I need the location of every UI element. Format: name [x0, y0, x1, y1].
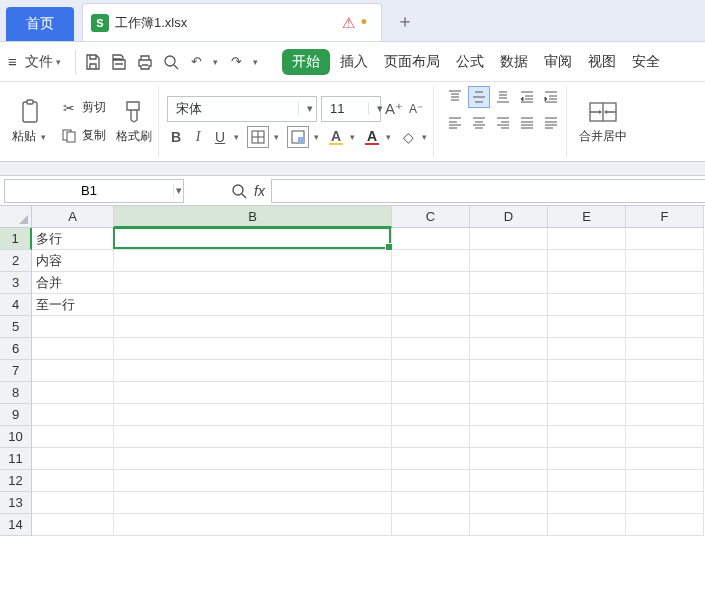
cell[interactable]	[626, 272, 704, 294]
cell[interactable]	[470, 294, 548, 316]
hamburger-icon[interactable]: ≡	[8, 53, 17, 70]
tab-insert[interactable]: 插入	[334, 49, 374, 75]
bold-button[interactable]: B	[167, 128, 185, 146]
align-top-icon[interactable]	[444, 86, 466, 108]
cell[interactable]	[32, 492, 114, 514]
redo-dropdown[interactable]: ▾	[252, 57, 262, 67]
italic-button[interactable]: I	[189, 128, 207, 146]
align-left-icon[interactable]	[444, 112, 466, 134]
row-header[interactable]: 6	[0, 338, 32, 360]
tab-safety[interactable]: 安全	[626, 49, 666, 75]
cell[interactable]	[32, 338, 114, 360]
cell[interactable]	[392, 250, 470, 272]
cell[interactable]	[114, 228, 392, 250]
clear-format-button[interactable]: ◇	[399, 128, 417, 146]
cell[interactable]	[626, 470, 704, 492]
redo-icon[interactable]: ↷	[226, 51, 248, 73]
decrease-indent-icon[interactable]	[516, 86, 538, 108]
cell[interactable]	[548, 294, 626, 316]
column-header[interactable]: A	[32, 206, 114, 228]
row-header[interactable]: 4	[0, 294, 32, 316]
row-header[interactable]: 2	[0, 250, 32, 272]
cell[interactable]	[392, 426, 470, 448]
copy-button[interactable]: 复制	[58, 125, 108, 147]
row-header[interactable]: 13	[0, 492, 32, 514]
cell[interactable]	[392, 448, 470, 470]
cell[interactable]	[32, 404, 114, 426]
undo-icon[interactable]: ↶	[186, 51, 208, 73]
distribute-icon[interactable]	[540, 112, 562, 134]
cell[interactable]	[626, 338, 704, 360]
increase-indent-icon[interactable]	[540, 86, 562, 108]
column-header[interactable]: D	[470, 206, 548, 228]
cell[interactable]	[548, 382, 626, 404]
cell[interactable]	[32, 470, 114, 492]
cell[interactable]	[32, 382, 114, 404]
cell[interactable]	[114, 470, 392, 492]
cell[interactable]	[470, 360, 548, 382]
cell[interactable]	[392, 272, 470, 294]
font-color-dropdown[interactable]: ▾	[385, 132, 395, 142]
cell[interactable]	[114, 382, 392, 404]
cell[interactable]	[470, 228, 548, 250]
cell[interactable]	[470, 470, 548, 492]
increase-font-icon[interactable]: A⁺	[385, 100, 403, 118]
cell[interactable]	[114, 492, 392, 514]
cell[interactable]	[548, 360, 626, 382]
font-size-select[interactable]: 11▾	[321, 96, 381, 122]
tab-view[interactable]: 视图	[582, 49, 622, 75]
cell[interactable]	[392, 470, 470, 492]
cell[interactable]	[626, 250, 704, 272]
align-middle-icon[interactable]	[468, 86, 490, 108]
cell[interactable]	[114, 250, 392, 272]
column-header[interactable]: E	[548, 206, 626, 228]
underline-button[interactable]: U	[211, 128, 229, 146]
print-preview-icon[interactable]	[160, 51, 182, 73]
merge-center-button[interactable]: 合并居中	[575, 96, 631, 147]
cell[interactable]: 至一行	[32, 294, 114, 316]
cell[interactable]	[470, 492, 548, 514]
row-header[interactable]: 14	[0, 514, 32, 536]
cell[interactable]: 合并	[32, 272, 114, 294]
borders-dropdown[interactable]: ▾	[273, 132, 283, 142]
row-header[interactable]: 7	[0, 360, 32, 382]
formula-input[interactable]	[271, 179, 705, 203]
tab-start[interactable]: 开始	[282, 49, 330, 75]
row-header[interactable]: 1	[0, 228, 32, 250]
cell[interactable]	[626, 360, 704, 382]
new-tab-button[interactable]: ＋	[382, 1, 428, 41]
cell[interactable]	[470, 338, 548, 360]
cell[interactable]	[114, 294, 392, 316]
cell[interactable]	[548, 426, 626, 448]
cell[interactable]	[114, 426, 392, 448]
cell[interactable]	[548, 470, 626, 492]
cell[interactable]	[114, 360, 392, 382]
cell[interactable]	[470, 382, 548, 404]
cell[interactable]	[470, 272, 548, 294]
tab-page-layout[interactable]: 页面布局	[378, 49, 446, 75]
save-as-icon[interactable]	[108, 51, 130, 73]
tab-review[interactable]: 审阅	[538, 49, 578, 75]
save-icon[interactable]	[82, 51, 104, 73]
cell[interactable]	[626, 316, 704, 338]
tab-formulas[interactable]: 公式	[450, 49, 490, 75]
name-box-input[interactable]	[5, 180, 173, 202]
cell[interactable]	[32, 514, 114, 536]
row-header[interactable]: 8	[0, 382, 32, 404]
name-box-dropdown[interactable]: ▾	[173, 184, 183, 197]
fill-color-button[interactable]: A	[327, 128, 345, 146]
cell[interactable]	[626, 404, 704, 426]
cell[interactable]	[114, 272, 392, 294]
decrease-font-icon[interactable]: A⁻	[407, 100, 425, 118]
select-all-corner[interactable]	[0, 206, 32, 228]
cell[interactable]	[470, 404, 548, 426]
cell[interactable]	[548, 316, 626, 338]
cut-button[interactable]: ✂剪切	[58, 97, 108, 119]
cell[interactable]	[626, 448, 704, 470]
cell[interactable]	[114, 316, 392, 338]
borders-button[interactable]	[247, 126, 269, 148]
cell[interactable]	[626, 228, 704, 250]
cell[interactable]	[548, 250, 626, 272]
cell[interactable]	[470, 448, 548, 470]
cell[interactable]	[548, 514, 626, 536]
